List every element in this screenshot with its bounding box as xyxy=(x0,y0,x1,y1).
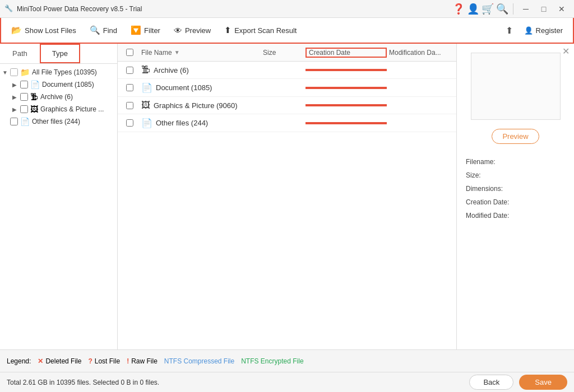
find-label: Find xyxy=(103,26,117,35)
help-button[interactable]: ❓ xyxy=(452,3,465,15)
dimensions-row: Dimensions: xyxy=(466,182,565,195)
expand-icon-graphics[interactable]: ▶ xyxy=(12,106,20,113)
minimize-button[interactable]: ─ xyxy=(518,1,534,17)
row-check-other[interactable] xyxy=(120,119,139,127)
header-modification-date[interactable]: Modification Da... xyxy=(387,49,454,57)
status-text: Total 2.61 GB in 10395 files. Selected 0… xyxy=(7,379,159,386)
creation-date-row: Creation Date: xyxy=(466,195,565,209)
raw-icon: ! xyxy=(127,357,129,365)
show-lost-files-label: Show Lost Files xyxy=(25,26,76,35)
row-created-archive xyxy=(305,69,387,71)
tree-label-graphics: Graphics & Picture ... xyxy=(40,105,104,113)
toolbar: 📂 Show Lost Files 🔍 Find 🔽 Filter 👁 Prev… xyxy=(0,18,574,44)
preview-image-area xyxy=(471,53,561,120)
share-button[interactable]: ⬆ xyxy=(502,22,516,39)
filename-row: Filename: xyxy=(466,155,565,169)
status-bar: Total 2.61 GB in 10395 files. Selected 0… xyxy=(0,372,574,392)
left-panel: Path Type ▼ 📁 All File Types (10395) ▶ 📄… xyxy=(0,44,118,349)
legend-raw: ! Raw File xyxy=(127,357,158,365)
filename-col-label: File Name xyxy=(141,49,172,57)
tab-bar: Path Type xyxy=(0,44,117,64)
tree-item-document[interactable]: ▶ 📄 Document (1085) xyxy=(0,78,117,91)
legend-ntfs-compressed: NTFS Compressed File xyxy=(164,357,234,365)
tree-item-other[interactable]: ▶ 📄 Other files (244) xyxy=(0,115,117,128)
checkbox-other[interactable] xyxy=(126,119,133,127)
row-check-archive[interactable] xyxy=(120,67,139,74)
back-button[interactable]: Back xyxy=(469,375,513,390)
graphics-row-label: Graphics & Picture (9060) xyxy=(154,101,238,110)
expand-icon-archive[interactable]: ▶ xyxy=(12,94,20,100)
raw-label: Raw File xyxy=(131,357,158,365)
creation-date-col-label: Creation Date xyxy=(309,49,350,57)
expand-icon[interactable]: ▼ xyxy=(2,69,10,76)
row-check-graphics[interactable] xyxy=(120,102,139,109)
table-row[interactable]: 🗜 Archive (6) xyxy=(118,62,456,79)
image-icon: 🖼 xyxy=(30,105,38,114)
header-check[interactable] xyxy=(120,49,139,56)
preview-icon: 👁 xyxy=(174,26,182,35)
register-button[interactable]: 👤 Register xyxy=(519,23,568,38)
maximize-button[interactable]: □ xyxy=(536,1,552,17)
graphics-row-icon: 🖼 xyxy=(141,100,150,110)
row-created-other xyxy=(305,122,387,124)
lost-label: Lost File xyxy=(95,357,120,365)
size-label: Size: xyxy=(466,169,516,182)
tree-checkbox-archive[interactable] xyxy=(20,93,28,101)
preview-close-button[interactable]: ✕ xyxy=(562,46,570,57)
header-filename[interactable]: File Name ▼ xyxy=(139,49,261,57)
tab-type[interactable]: Type xyxy=(40,44,80,63)
tree-item-archive[interactable]: ▶ 🗜 Archive (6) xyxy=(0,91,117,103)
export-scan-button[interactable]: ⬆ Export Scan Result xyxy=(219,22,302,39)
expand-icon-doc[interactable]: ▶ xyxy=(12,82,20,88)
filename-label: Filename: xyxy=(466,155,516,169)
table-row[interactable]: 📄 Other files (244) xyxy=(118,114,456,132)
search-button[interactable]: 🔍 xyxy=(496,3,508,15)
legend-lost: ? Lost File xyxy=(88,357,120,365)
deleted-icon: ✕ xyxy=(38,357,43,365)
filter-label: Filter xyxy=(144,26,160,35)
other-row-icon: 📄 xyxy=(141,118,152,128)
save-button[interactable]: Save xyxy=(519,375,567,390)
checkbox-graphics[interactable] xyxy=(126,102,133,109)
select-all-checkbox[interactable] xyxy=(126,49,133,56)
cart-button[interactable]: 🛒 xyxy=(482,3,494,15)
header-creation-date[interactable]: Creation Date xyxy=(305,48,387,58)
archive-row-icon: 🗜 xyxy=(141,65,150,75)
tree-checkbox-doc[interactable] xyxy=(20,81,28,88)
checkbox-archive[interactable] xyxy=(126,67,133,74)
status-buttons: Back Save xyxy=(469,375,567,390)
close-button[interactable]: ✕ xyxy=(554,1,570,17)
other-icon: 📄 xyxy=(20,117,30,126)
table-header: File Name ▼ Size Creation Date Modificat… xyxy=(118,44,456,62)
preview-button[interactable]: Preview xyxy=(492,129,539,144)
tree-item-all-types[interactable]: ▼ 📁 All File Types (10395) xyxy=(0,66,117,78)
tab-path[interactable]: Path xyxy=(0,44,40,63)
row-check-document[interactable] xyxy=(120,84,139,91)
preview-toolbar-button[interactable]: 👁 Preview xyxy=(168,22,216,39)
tree-checkbox-all[interactable] xyxy=(10,68,18,76)
find-icon: 🔍 xyxy=(90,25,100,35)
row-name-graphics: 🖼 Graphics & Picture (9060) xyxy=(139,100,261,110)
table-row[interactable]: 🖼 Graphics & Picture (9060) xyxy=(118,97,456,114)
deleted-label: Deleted File xyxy=(45,357,81,365)
file-panel: File Name ▼ Size Creation Date Modificat… xyxy=(118,44,456,349)
tree-checkbox-other[interactable] xyxy=(10,118,18,125)
tree-label-document: Document (1085) xyxy=(42,81,94,88)
size-col-label: Size xyxy=(263,49,276,57)
app-title: MiniTool Power Data Recovery v8.5 - Tria… xyxy=(17,5,142,13)
find-button[interactable]: 🔍 Find xyxy=(84,22,123,39)
export-label: Export Scan Result xyxy=(234,26,297,35)
tree-label-other: Other files (244) xyxy=(32,118,80,125)
checkbox-document[interactable] xyxy=(126,84,133,91)
show-lost-files-button[interactable]: 📂 Show Lost Files xyxy=(6,22,82,39)
table-row[interactable]: 📄 Document (1085) xyxy=(118,79,456,97)
filter-button[interactable]: 🔽 Filter xyxy=(125,22,166,39)
filter-icon: 🔽 xyxy=(131,25,141,35)
tree-item-graphics[interactable]: ▶ 🖼 Graphics & Picture ... xyxy=(0,103,117,115)
preview-label: Preview xyxy=(185,26,211,35)
header-size[interactable]: Size xyxy=(261,49,305,57)
document-row-icon: 📄 xyxy=(141,82,152,93)
tree-checkbox-graphics[interactable] xyxy=(20,105,28,113)
user-button[interactable]: 👤 xyxy=(467,3,479,15)
folder-icon: 📁 xyxy=(20,68,30,77)
